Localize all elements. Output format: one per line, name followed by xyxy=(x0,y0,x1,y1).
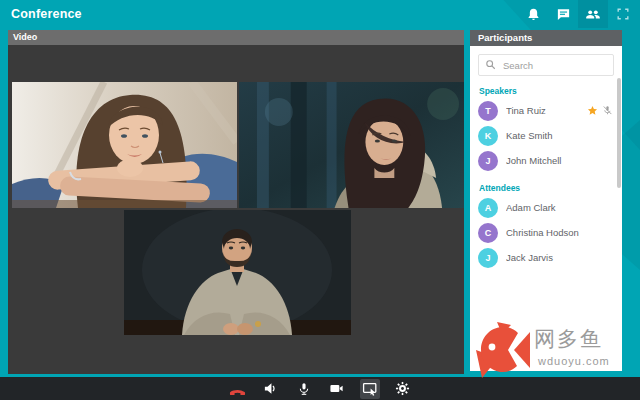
avatar: J xyxy=(478,248,498,268)
bell-icon xyxy=(526,7,541,22)
gear-icon xyxy=(395,381,410,396)
notifications-button[interactable] xyxy=(518,0,548,28)
section-label-attendees: Attendees xyxy=(479,183,622,193)
people-icon xyxy=(585,6,601,22)
watermark-domain-text: wduoyu.com xyxy=(538,355,610,367)
participant-status-icons xyxy=(587,102,613,120)
remote-video-woman-1 xyxy=(12,82,237,208)
participant-name: Kate Smith xyxy=(506,130,614,141)
mic-off-icon xyxy=(602,102,613,120)
participant-row-christina-hodson[interactable]: C Christina Hodson xyxy=(470,220,622,245)
volume-button[interactable] xyxy=(261,379,281,399)
search-icon xyxy=(485,56,496,74)
settings-button[interactable] xyxy=(393,379,413,399)
participant-name: Christina Hodson xyxy=(506,227,614,238)
sidebar-scrollbar[interactable] xyxy=(617,78,621,188)
video-tile-2[interactable] xyxy=(239,82,464,208)
microphone-button[interactable] xyxy=(294,379,314,399)
watermark: 网多鱼 wduoyu.com xyxy=(472,322,624,380)
participant-row-tina-ruiz[interactable]: T Tina Ruiz xyxy=(470,98,622,123)
screen-share-cursor-icon xyxy=(362,381,378,397)
speaker-icon xyxy=(263,381,278,396)
participant-name: Adam Clark xyxy=(506,202,614,213)
avatar: K xyxy=(478,126,498,146)
watermark-brand-text: 网多鱼 xyxy=(534,328,603,349)
fish-logo-icon xyxy=(472,322,532,378)
chat-button[interactable] xyxy=(548,0,578,28)
participant-name: John Mitchell xyxy=(506,155,614,166)
participants-search[interactable] xyxy=(478,54,614,76)
hangup-button[interactable] xyxy=(228,379,248,399)
participant-name: Tina Ruiz xyxy=(506,105,579,116)
chat-icon xyxy=(556,7,571,22)
avatar: J xyxy=(478,151,498,171)
screen-share-button[interactable] xyxy=(360,379,380,399)
video-tile-1[interactable] xyxy=(12,82,237,208)
fullscreen-icon xyxy=(616,7,630,21)
topbar-actions xyxy=(518,0,638,28)
avatar: A xyxy=(478,198,498,218)
participant-name: Jack Jarvis xyxy=(506,252,614,263)
app-title: Conference xyxy=(11,7,82,21)
participants-panel: Participants Speakers T Tina Ruiz K Kate xyxy=(470,30,622,371)
section-label-speakers: Speakers xyxy=(479,86,622,96)
conference-app: Conference xyxy=(0,0,640,400)
avatar: C xyxy=(478,223,498,243)
mic-icon xyxy=(297,382,311,396)
video-panel: Video xyxy=(8,30,464,374)
video-panel-title: Video xyxy=(8,30,464,45)
participant-row-john-mitchell[interactable]: J John Mitchell xyxy=(470,148,622,173)
top-app-bar: Conference xyxy=(0,0,640,28)
search-input[interactable] xyxy=(501,59,607,72)
remote-video-woman-2 xyxy=(239,82,464,208)
call-control-bar xyxy=(0,377,640,400)
video-tile-3[interactable] xyxy=(124,210,351,335)
star-icon[interactable] xyxy=(587,102,598,120)
remote-video-man xyxy=(124,210,351,335)
fullscreen-button[interactable] xyxy=(608,0,638,28)
participant-row-jack-jarvis[interactable]: J Jack Jarvis xyxy=(470,245,622,270)
participants-panel-title: Participants xyxy=(470,30,622,46)
participants-toggle-button[interactable] xyxy=(578,0,608,28)
avatar: T xyxy=(478,101,498,121)
hangup-phone-icon xyxy=(229,380,246,397)
participant-row-kate-smith[interactable]: K Kate Smith xyxy=(470,123,622,148)
camera-button[interactable] xyxy=(327,379,347,399)
participant-row-adam-clark[interactable]: A Adam Clark xyxy=(470,195,622,220)
videocam-icon xyxy=(329,381,344,396)
